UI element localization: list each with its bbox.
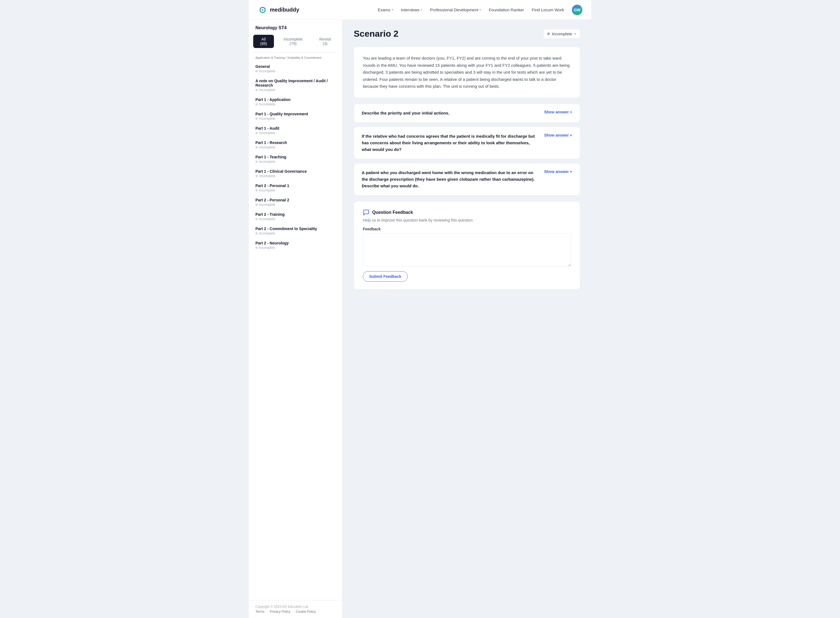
sidebar-item-part2-commitment[interactable]: Part 2 - Commitment to Speciality Incomp…	[249, 224, 343, 238]
feedback-subtitle: Help us to improve this question bank by…	[363, 218, 571, 222]
sidebar: Neurology ST4 All (88) Incomplete (79) R…	[249, 20, 343, 618]
sidebar-item-quality-note[interactable]: A note on Quality Improvement / Audit / …	[249, 76, 343, 95]
status-dot-icon	[255, 189, 258, 192]
main-nav: Exams ▾ Interviews ▾ Professional Develo…	[378, 5, 582, 15]
sidebar-title: Neurology ST4	[249, 20, 343, 35]
status-dot-icon	[255, 175, 258, 177]
chevron-down-icon: ▾	[574, 32, 576, 36]
sidebar-item-part1-teaching[interactable]: Part 1 - Teaching Incomplete	[249, 152, 343, 166]
chevron-down-icon: ▾	[420, 8, 422, 12]
footer-cookie-link[interactable]: Cookie Policy	[296, 610, 316, 614]
sidebar-item-part2-personal2[interactable]: Part 2 - Personal 2 Incomplete	[249, 195, 343, 209]
status-dropdown[interactable]: Incomplete ▾	[543, 29, 580, 39]
sidebar-item-part1-audit[interactable]: Part 1 - Audit Incomplete	[249, 123, 343, 138]
avatar[interactable]: GW	[572, 5, 582, 15]
chevron-down-icon: ▾	[480, 8, 481, 12]
scenario-text: You are leading a team of three doctors …	[354, 47, 580, 98]
header: medibuddy Exams ▾ Interviews ▾ Professio…	[249, 0, 591, 20]
sidebar-item-part2-personal1[interactable]: Part 2 - Personal 1 Incomplete	[249, 181, 343, 195]
nav-item-interviews[interactable]: Interviews ▾	[401, 7, 423, 12]
show-answer-button-2[interactable]: Show answer +	[544, 133, 572, 137]
status-dot-icon	[255, 247, 258, 249]
status-dot-icon	[547, 33, 550, 35]
sidebar-item-part1-clinical-governance[interactable]: Part 1 - Clinical Governance Incomplete	[249, 166, 343, 181]
chevron-down-icon: ▾	[392, 8, 393, 12]
footer-privacy-link[interactable]: Privacy Policy	[270, 610, 290, 614]
status-dot-icon	[255, 218, 258, 220]
show-answer-button-3[interactable]: Show answer +	[544, 169, 572, 174]
filter-tab-revisit[interactable]: Revisit (3)	[312, 35, 338, 48]
sidebar-item-part1-application[interactable]: Part 1 - Application Incomplete	[249, 95, 343, 109]
question-text: A patient who you discharged went home w…	[362, 169, 539, 189]
feedback-textarea[interactable]	[363, 233, 571, 266]
question-card-1: Describe the priority and your initial a…	[354, 104, 580, 123]
status-dot-icon	[255, 232, 258, 235]
feedback-header: Question Feedback	[363, 209, 571, 216]
filter-tab-all[interactable]: All (88)	[253, 35, 274, 48]
status-dot-icon	[255, 89, 258, 91]
logo-text: medibuddy	[270, 7, 299, 13]
sidebar-section-label: Application & Training / Suitability & C…	[249, 53, 343, 61]
nav-item-find-locum-work[interactable]: Find Locum Work	[532, 7, 564, 12]
sidebar-item-general[interactable]: General Incomplete	[249, 61, 343, 76]
footer-terms-link[interactable]: Terms	[255, 610, 265, 614]
question-card-2: If the relative who had concerns agrees …	[354, 127, 580, 159]
sidebar-item-part2-neurology[interactable]: Part 2 - Neurology Incomplete	[249, 238, 343, 253]
nav-item-professional-development[interactable]: Professional Development ▾	[430, 7, 481, 12]
question-card-3: A patient who you discharged went home w…	[354, 163, 580, 196]
status-dot-icon	[255, 160, 258, 163]
sidebar-item-part2-training[interactable]: Part 2 - Training Incomplete	[249, 209, 343, 224]
scenario-title: Scenario 2	[354, 29, 398, 39]
sidebar-footer: Copyright © 2023 AG Education Ltd. Terms…	[249, 600, 343, 618]
status-dot-icon	[255, 132, 258, 134]
feedback-card: Question Feedback Help us to improve thi…	[354, 201, 580, 290]
main-content: Scenario 2 Incomplete ▾ You are leading …	[343, 20, 591, 618]
chat-icon	[363, 209, 369, 216]
sidebar-item-part1-research[interactable]: Part 1 - Research Incomplete	[249, 138, 343, 152]
nav-item-exams[interactable]: Exams ▾	[378, 7, 393, 12]
svg-point-0	[262, 9, 263, 10]
filter-tab-incomplete[interactable]: Incomplete (79)	[276, 35, 311, 48]
show-answer-button-1[interactable]: Show answer +	[544, 110, 572, 114]
status-dot-icon	[255, 204, 258, 206]
feedback-label: Feedback	[363, 227, 571, 231]
sidebar-item-part1-quality-improvement[interactable]: Part 1 - Quality Improvement Incomplete	[249, 109, 343, 123]
feedback-title: Question Feedback	[372, 210, 413, 215]
filter-tabs: All (88) Incomplete (79) Revisit (3)	[249, 35, 343, 52]
status-dot-icon	[255, 146, 258, 149]
status-dot-icon	[255, 70, 258, 72]
status-label: Incomplete	[552, 31, 572, 36]
submit-feedback-button[interactable]: Submit Feedback	[363, 271, 408, 282]
status-dot-icon	[255, 117, 258, 120]
question-text: If the relative who had concerns agrees …	[362, 133, 539, 153]
content-header: Scenario 2 Incomplete ▾	[354, 29, 580, 39]
sidebar-items-list: General Incomplete A note on Quality Imp…	[249, 61, 343, 600]
nav-item-foundation-ranker[interactable]: Foundation Ranker	[489, 7, 524, 12]
logo[interactable]: medibuddy	[258, 5, 299, 15]
question-text: Describe the priority and your initial a…	[362, 110, 539, 116]
logo-icon	[258, 5, 268, 15]
status-dot-icon	[255, 103, 258, 105]
